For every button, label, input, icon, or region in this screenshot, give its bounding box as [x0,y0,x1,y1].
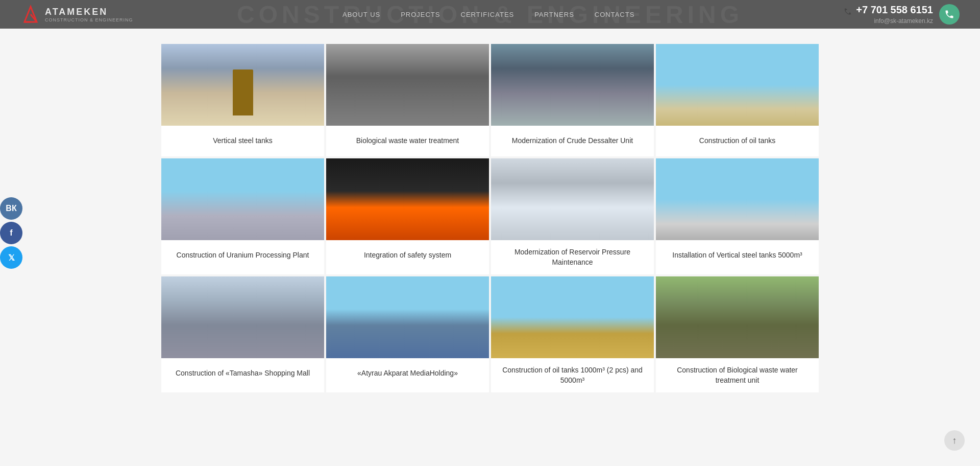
project-card-atyrau[interactable]: «Atyrau Akparat MediaHolding» [326,276,489,392]
project-label-vertical-steel: Vertical steel tanks [161,126,324,156]
projects-row-2: Construction of Uranium Processing Plant… [161,158,819,274]
project-image-reservoir [491,158,654,240]
nav-projects[interactable]: PROJECTS [401,11,440,18]
social-vk-button[interactable]: ВК [0,197,22,220]
main-nav: ABOUT US PROJECTS CERTIFICATES PARTNERS … [342,11,634,18]
project-card-install-vertical[interactable]: Installation of Vertical steel tanks 500… [656,158,819,274]
phone-block: 📞 +7 701 558 6151 info@sk-atameken.kz [844,4,933,25]
call-icon [944,9,954,19]
header-contact: 📞 +7 701 558 6151 info@sk-atameken.kz [844,4,960,25]
projects-row-3: Construction of «Tamasha» Shopping Mall … [161,276,819,392]
nav-partners[interactable]: PARTNERS [534,11,574,18]
nav-about[interactable]: ABOUT US [342,11,380,18]
projects-section: Vertical steel tanks Biological waste wa… [0,39,980,400]
project-image-bio-waste-2 [656,276,819,358]
project-image-oil-tanks [656,44,819,126]
project-label-uranium: Construction of Uranium Processing Plant [161,240,324,271]
project-image-oil-tanks-2 [491,276,654,358]
phone-number: +7 701 558 6151 [856,4,933,15]
social-sidebar: ВК f 𝕏 [0,197,22,269]
email-link[interactable]: info@sk-atameken.kz [874,17,933,25]
nav-certificates[interactable]: CERTIFICATES [461,11,514,18]
call-button[interactable] [939,4,960,25]
project-card-bio-waste[interactable]: Biological waste water treatment [326,44,489,156]
project-label-reservoir: Modernization of Reservoir Pressure Main… [491,240,654,274]
project-label-crude-dessalter: Modernization of Crude Dessalter Unit [491,126,654,156]
project-label-bio-waste-2: Construction of Biological waste water t… [656,358,819,392]
project-label-oil-tanks-2: Construction of oil tanks 1000m³ (2 pcs)… [491,358,654,392]
project-image-vertical-steel [161,44,324,126]
nav-contacts[interactable]: CONTACTS [595,11,635,18]
logo-subtitle: CONSTRUCTION & ENGINEERING [45,17,133,22]
social-twitter-button[interactable]: 𝕏 [0,246,22,269]
project-card-safety[interactable]: Integration of safety system [326,158,489,274]
logo-name: ATAMEKEN [45,7,133,17]
project-label-tamasha: Construction of «Tamasha» Shopping Mall [161,358,324,389]
project-image-uranium [161,158,324,240]
logo-icon [20,4,41,25]
site-header: CONSTRUCTION & ENGINEERING ATAMEKEN CONS… [0,0,980,29]
logo[interactable]: ATAMEKEN CONSTRUCTION & ENGINEERING [20,4,133,25]
project-label-oil-tanks: Construction of oil tanks [656,126,819,156]
project-image-atyrau [326,276,489,358]
project-card-bio-waste-2[interactable]: Construction of Biological waste water t… [656,276,819,392]
project-label-bio-waste: Biological waste water treatment [326,126,489,156]
main-content: Vertical steel tanks Biological waste wa… [0,29,980,410]
project-card-tamasha[interactable]: Construction of «Tamasha» Shopping Mall [161,276,324,392]
project-image-safety [326,158,489,240]
project-card-reservoir[interactable]: Modernization of Reservoir Pressure Main… [491,158,654,274]
project-image-crude-dessalter [491,44,654,126]
project-label-atyrau: «Atyrau Akparat MediaHolding» [326,358,489,389]
project-card-oil-tanks-2[interactable]: Construction of oil tanks 1000m³ (2 pcs)… [491,276,654,392]
phone-icon: 📞 [844,8,852,15]
project-label-safety: Integration of safety system [326,240,489,271]
project-image-install-vertical [656,158,819,240]
project-image-bio-waste [326,44,489,126]
project-image-tamasha [161,276,324,358]
project-card-crude-dessalter[interactable]: Modernization of Crude Dessalter Unit [491,44,654,156]
projects-row-1: Vertical steel tanks Biological waste wa… [161,44,819,156]
project-card-vertical-steel[interactable]: Vertical steel tanks [161,44,324,156]
project-card-uranium[interactable]: Construction of Uranium Processing Plant [161,158,324,274]
logo-text: ATAMEKEN CONSTRUCTION & ENGINEERING [45,7,133,22]
project-label-install-vertical: Installation of Vertical steel tanks 500… [656,240,819,271]
social-facebook-button[interactable]: f [0,222,22,244]
project-card-oil-tanks[interactable]: Construction of oil tanks [656,44,819,156]
